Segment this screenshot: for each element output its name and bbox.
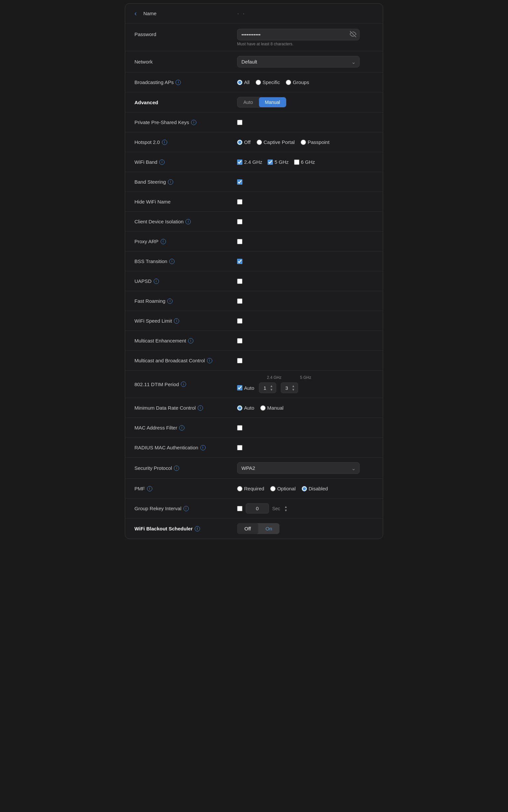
dtim-section: 2.4 GHz 5 GHz Auto 1 ▲ ▼: [237, 375, 311, 393]
wifi-speed-limit-label: WiFi Speed Limit i: [134, 318, 237, 324]
name-row: ‹ Name · ·: [125, 4, 383, 23]
pmf-label: PMF i: [134, 486, 237, 491]
group-rekey-arrows: ▲ ▼: [284, 505, 288, 512]
group-rekey-info-icon[interactable]: i: [183, 506, 189, 511]
uapsd-checkbox[interactable]: [237, 279, 243, 284]
dtim-24-value: 1: [262, 385, 268, 391]
hotspot-options: Off Captive Portal Passpoint: [237, 139, 374, 145]
proxy-arp-checkbox[interactable]: [237, 239, 243, 244]
wifi-band-5-option[interactable]: 5 GHz: [267, 159, 289, 165]
blackout-scheduler-info-icon[interactable]: i: [195, 526, 200, 531]
pmf-optional-option[interactable]: Optional: [270, 486, 296, 491]
multicast-enhancement-value: [237, 338, 374, 343]
pmf-info-icon[interactable]: i: [147, 486, 152, 491]
bss-transition-checkbox[interactable]: [237, 259, 243, 264]
multicast-enhancement-checkbox[interactable]: [237, 338, 243, 343]
blackout-off-button[interactable]: Off: [237, 523, 258, 534]
name-label: Name: [143, 11, 157, 16]
mac-filter-row: MAC Address Filter i: [125, 418, 383, 438]
group-rekey-down-arrow[interactable]: ▼: [284, 509, 288, 512]
fast-roaming-checkbox[interactable]: [237, 298, 243, 304]
group-rekey-row: Group Rekey Interval i Sec ▲ ▼: [125, 499, 383, 519]
broadcasting-aps-label: Broadcasting APs i: [134, 80, 237, 85]
multicast-broadcast-value: [237, 358, 374, 363]
hotspot-passpoint-option[interactable]: Passpoint: [301, 139, 330, 145]
wifi-band-info-icon[interactable]: i: [159, 159, 165, 165]
proxy-arp-value: [237, 239, 374, 244]
group-rekey-input[interactable]: [246, 503, 269, 514]
private-psk-label: Private Pre-Shared Keys i: [134, 120, 237, 125]
wifi-band-24-option[interactable]: 2.4 GHz: [237, 159, 262, 165]
pmf-required-option[interactable]: Required: [237, 486, 264, 491]
client-isolation-value: [237, 219, 374, 224]
dtim-row: 802.11 DTIM Period i 2.4 GHz 5 GHz Auto …: [125, 371, 383, 398]
private-psk-checkbox[interactable]: [237, 120, 243, 125]
advanced-toggle-group: Auto Manual: [237, 97, 287, 107]
band-steering-label: Band Steering i: [134, 179, 237, 185]
band-steering-checkbox[interactable]: [237, 179, 243, 185]
group-rekey-up-arrow[interactable]: ▲: [284, 505, 288, 509]
client-isolation-info-icon[interactable]: i: [185, 219, 191, 224]
dtim-5-down-arrow[interactable]: ▼: [292, 388, 295, 391]
dtim-controls: Auto 1 ▲ ▼ 3 ▲ ▼: [237, 383, 311, 393]
client-isolation-checkbox[interactable]: [237, 219, 243, 224]
bss-transition-info-icon[interactable]: i: [169, 259, 174, 264]
multicast-broadcast-checkbox[interactable]: [237, 358, 243, 363]
dtim-24-down-arrow[interactable]: ▼: [270, 388, 273, 391]
password-input-wrap: [237, 29, 359, 40]
hide-wifi-checkbox[interactable]: [237, 199, 243, 204]
min-data-rate-info-icon[interactable]: i: [198, 405, 203, 411]
dtim-5-up-arrow[interactable]: ▲: [292, 384, 295, 388]
toggle-password-icon[interactable]: [350, 31, 356, 39]
dtim-auto-option[interactable]: Auto: [237, 385, 254, 391]
multicast-broadcast-info-icon[interactable]: i: [207, 358, 212, 363]
wifi-speed-limit-checkbox[interactable]: [237, 318, 243, 324]
security-protocol-dropdown-wrap: WPA2: [237, 462, 359, 474]
wifi-speed-limit-value: [237, 318, 374, 324]
bss-transition-row: BSS Transition i: [125, 251, 383, 271]
group-rekey-checkbox[interactable]: [237, 506, 243, 511]
band-steering-info-icon[interactable]: i: [168, 179, 173, 185]
radius-mac-checkbox[interactable]: [237, 445, 243, 450]
back-button[interactable]: ‹: [134, 10, 137, 17]
pmf-disabled-option[interactable]: Disabled: [302, 486, 328, 491]
radius-mac-info-icon[interactable]: i: [200, 445, 206, 450]
mac-filter-checkbox[interactable]: [237, 425, 243, 430]
multicast-broadcast-label: Multicast and Broadcast Control i: [134, 358, 237, 363]
password-wrap-col: Must have at least 8 characters.: [237, 29, 359, 46]
blackout-on-button[interactable]: On: [258, 523, 280, 534]
private-psk-value: [237, 120, 374, 125]
mac-filter-info-icon[interactable]: i: [179, 425, 184, 430]
proxy-arp-info-icon[interactable]: i: [161, 239, 166, 244]
dtim-24-up-arrow[interactable]: ▲: [270, 384, 273, 388]
dtim-24-arrows: ▲ ▼: [270, 384, 273, 391]
wifi-band-6-option[interactable]: 6 GHz: [294, 159, 315, 165]
security-protocol-info-icon[interactable]: i: [174, 466, 179, 471]
security-protocol-dropdown[interactable]: WPA2: [237, 462, 359, 474]
min-data-rate-manual-option[interactable]: Manual: [260, 405, 284, 411]
broadcasting-specific-option[interactable]: Specific: [256, 80, 280, 85]
broadcasting-all-option[interactable]: All: [237, 80, 250, 85]
advanced-auto-button[interactable]: Auto: [238, 97, 259, 107]
advanced-manual-button[interactable]: Manual: [259, 97, 286, 107]
broadcasting-aps-options: All Specific Groups: [237, 80, 374, 85]
uapsd-info-icon[interactable]: i: [154, 279, 159, 284]
security-protocol-value: WPA2: [237, 462, 374, 474]
dtim-info-icon[interactable]: i: [181, 382, 186, 387]
wifi-speed-limit-info-icon[interactable]: i: [174, 318, 179, 324]
fast-roaming-value: [237, 298, 374, 304]
bss-transition-value: [237, 259, 374, 264]
dtim-value-col: 2.4 GHz 5 GHz Auto 1 ▲ ▼: [237, 375, 374, 393]
hotspot-off-option[interactable]: Off: [237, 139, 251, 145]
broadcasting-groups-option[interactable]: Groups: [286, 80, 309, 85]
broadcasting-aps-info-icon[interactable]: i: [175, 80, 181, 85]
hotspot-info-icon[interactable]: i: [162, 140, 167, 145]
hotspot-captive-option[interactable]: Captive Portal: [257, 139, 295, 145]
min-data-rate-auto-option[interactable]: Auto: [237, 405, 254, 411]
private-psk-info-icon[interactable]: i: [191, 120, 196, 125]
fast-roaming-info-icon[interactable]: i: [167, 298, 173, 304]
network-dropdown[interactable]: Default: [237, 56, 359, 67]
password-input[interactable]: [237, 29, 359, 40]
multicast-enhancement-info-icon[interactable]: i: [188, 338, 194, 343]
radius-mac-row: RADIUS MAC Authentication i: [125, 438, 383, 458]
